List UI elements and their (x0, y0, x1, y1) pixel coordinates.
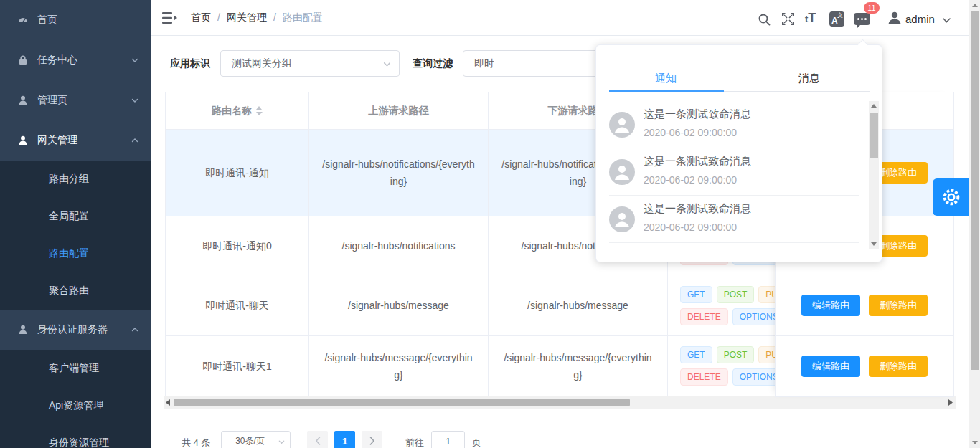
message-bubble-tail (857, 23, 862, 29)
delete-route-button[interactable]: 删除路由 (869, 356, 928, 377)
scroll-up-arrow-icon[interactable] (972, 4, 978, 7)
notification-item[interactable]: 这是一条测试致命消息 2020-06-02 09:00:00 (609, 101, 859, 148)
cell-route-name: 即时通讯-通知0 (166, 216, 309, 275)
user-avatar-icon (609, 159, 635, 185)
tab-notifications[interactable]: 通知 (655, 72, 677, 85)
sidebar-item-label: 客户端管理 (49, 362, 99, 375)
username[interactable]: admin (905, 13, 935, 25)
cell-upstream: /signalr-hubs/message/{everything} (309, 336, 489, 396)
sort-icon[interactable] (255, 106, 263, 115)
sidebar-item-label: Api资源管理 (49, 399, 103, 412)
breadcrumb: 首页 / 网关管理 / 路由配置 (191, 11, 323, 24)
current-page-button[interactable]: 1 (334, 431, 355, 448)
popup-scrollbar-thumb[interactable] (870, 113, 878, 158)
cell-upstream: /signalr-hubs/notifications/{everything} (309, 130, 489, 216)
sidebar-item-aggregate-route[interactable]: 聚合路由 (0, 272, 151, 310)
breadcrumb-separator: / (273, 11, 276, 24)
app-group-select[interactable]: 测试网关分组 (220, 50, 400, 77)
edit-route-button[interactable]: 编辑路由 (801, 356, 860, 377)
user-icon (17, 324, 29, 335)
app-root: 首页 任务中心 管理页 网关管理 路由分组 全局配置 路由配置 聚合路由 身份认… (0, 0, 980, 448)
header-label: 上游请求路径 (369, 105, 429, 118)
next-page-button[interactable] (362, 431, 382, 448)
notification-title: 这是一条测试致命消息 (644, 108, 751, 121)
sidebar-item-admin-page[interactable]: 管理页 (0, 80, 151, 120)
sidebar-item-route-config[interactable]: 路由配置 (0, 235, 151, 272)
breadcrumb-home[interactable]: 首页 (191, 11, 211, 24)
sidebar-item-label: 身份认证服务器 (37, 323, 108, 336)
scroll-right-arrow-icon[interactable] (948, 399, 953, 406)
fullscreen-icon[interactable] (781, 12, 795, 26)
settings-gear-button[interactable] (933, 178, 970, 216)
scroll-up-arrow-icon[interactable] (871, 104, 877, 108)
sidebar-item-api-resource[interactable]: Api资源管理 (0, 387, 151, 424)
dashboard-icon (17, 14, 29, 26)
gateway-submenu: 路由分组 全局配置 路由配置 聚合路由 (0, 161, 151, 310)
page-vertical-scrollbar[interactable] (969, 0, 980, 448)
vertical-scrollbar-thumb[interactable] (971, 11, 979, 370)
notification-popup: 通知 消息 这是一条测试致命消息 2020-06-02 09:00:00 这是一… (595, 44, 882, 262)
notification-item[interactable]: 这是一条测试致命消息 2020-06-02 09:00:00 (609, 148, 859, 196)
header-route-name[interactable]: 路由名称 (166, 92, 309, 130)
notification-item[interactable]: 这是一条测试致命消息 2020-06-02 09:00:00 (609, 196, 859, 243)
app-group-select-value: 测试网关分组 (232, 57, 292, 70)
method-tag-delete: DELETE (680, 368, 728, 386)
sidebar-item-route-group[interactable]: 路由分组 (0, 161, 151, 198)
notification-title: 这是一条测试致命消息 (644, 202, 751, 216)
edit-route-button[interactable]: 编辑路由 (801, 295, 860, 316)
avatar[interactable] (887, 10, 903, 26)
method-tag-get: GET (680, 286, 712, 303)
search-icon[interactable] (757, 12, 771, 27)
sidebar-item-label: 路由配置 (49, 247, 89, 260)
sidebar-item-gateway-management[interactable]: 网关管理 (0, 120, 151, 161)
chevron-down-icon (131, 96, 139, 105)
chevron-down-icon (131, 56, 139, 65)
sidebar-item-auth-server[interactable]: 身份认证服务器 (0, 310, 151, 350)
hamburger-icon[interactable] (162, 11, 178, 25)
goto-page-label: 前往 (405, 437, 424, 448)
header-upstream-path: 上游请求路径 (309, 92, 489, 130)
sidebar-item-label: 身份资源管理 (49, 437, 109, 448)
user-avatar-icon (609, 112, 635, 138)
translate-icon[interactable]: A 文 (829, 11, 844, 27)
page-unit-label: 页 (472, 437, 481, 448)
query-filter-label: 查询过滤 (413, 57, 453, 70)
prev-page-button[interactable] (307, 431, 328, 448)
message-icon[interactable] (854, 13, 870, 25)
tab-messages[interactable]: 消息 (798, 72, 820, 85)
popup-scrollbar[interactable] (869, 101, 879, 249)
notification-title: 这是一条测试致命消息 (644, 155, 751, 168)
cell-route-name: 即时通讯-聊天1 (166, 336, 309, 396)
goto-page-input[interactable] (431, 431, 465, 448)
sidebar-item-task-center[interactable]: 任务中心 (0, 40, 151, 80)
cell-downstream: /signalr-hubs/message (489, 275, 668, 336)
method-tag-post: POST (717, 346, 755, 363)
gear-icon (941, 187, 961, 207)
chevron-up-icon (131, 136, 139, 145)
page-size-select[interactable]: 30条/页 (221, 431, 291, 448)
sidebar-item-label: 首页 (37, 14, 57, 27)
sidebar-item-identity-resource[interactable]: 身份资源管理 (0, 424, 151, 448)
sidebar-item-home[interactable]: 首页 (0, 0, 151, 40)
scroll-left-arrow-icon[interactable] (166, 399, 170, 406)
lock-icon (17, 54, 29, 66)
font-size-big: T (808, 11, 816, 25)
scroll-down-arrow-icon[interactable] (972, 441, 978, 444)
sidebar-item-client-management[interactable]: 客户端管理 (0, 350, 151, 387)
action-cell: 编辑路由 删除路由 (776, 275, 953, 336)
auth-submenu: 客户端管理 Api资源管理 身份资源管理 (0, 350, 151, 448)
scroll-down-arrow-icon[interactable] (871, 242, 877, 246)
notification-time: 2020-06-02 09:00:00 (644, 127, 737, 138)
action-cell: 编辑路由 删除路由 (776, 336, 953, 396)
sidebar-item-global-config[interactable]: 全局配置 (0, 198, 151, 235)
chevron-left-icon (315, 437, 321, 445)
font-size-icon[interactable]: tT (805, 11, 816, 26)
table-horizontal-scrollbar[interactable] (164, 396, 956, 409)
method-tag-post: POST (717, 286, 755, 303)
header-label: 路由名称 (212, 105, 252, 118)
horizontal-scrollbar-thumb[interactable] (174, 399, 630, 406)
caret-down-icon[interactable] (943, 18, 951, 23)
delete-route-button[interactable]: 删除路由 (869, 295, 928, 316)
breadcrumb-gateway[interactable]: 网关管理 (227, 11, 267, 24)
chevron-down-icon (382, 59, 392, 69)
